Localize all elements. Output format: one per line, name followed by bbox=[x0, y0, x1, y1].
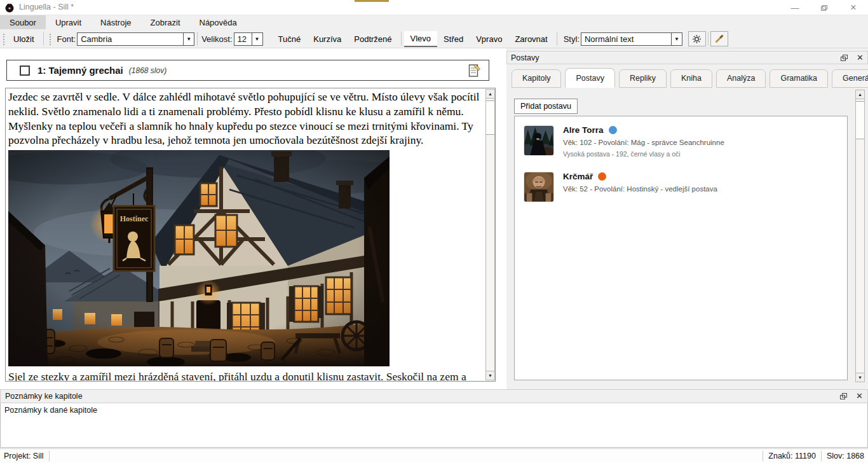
tab-generator[interactable]: Generátor bbox=[832, 69, 868, 88]
status-separator bbox=[763, 451, 763, 461]
tab-analyza[interactable]: Analýza bbox=[716, 69, 766, 88]
panel-tabs: KapitolyPostavyReplikyKnihaAnalýzaGramat… bbox=[512, 68, 868, 88]
scroll-up-arrow[interactable]: ▲ bbox=[856, 90, 864, 99]
panel-close-icon[interactable]: ✕ bbox=[857, 55, 864, 61]
align-center-button[interactable]: Střed bbox=[437, 32, 470, 46]
document-edit-icon bbox=[468, 64, 481, 78]
scroll-up-arrow[interactable]: ▲ bbox=[486, 90, 494, 99]
size-select-value: 12 bbox=[238, 34, 247, 44]
toolbar-separator bbox=[401, 32, 402, 46]
save-button[interactable]: Uložit bbox=[7, 32, 41, 46]
toolbar-separator bbox=[708, 32, 709, 46]
editor-paragraph: Jezdec se zavrtěl v sedle. V dálce zahlé… bbox=[8, 90, 484, 148]
chapter-title: 1: Tajemný grechai bbox=[37, 65, 123, 76]
scroll-thumb[interactable] bbox=[856, 101, 864, 139]
panel-float-icon[interactable] bbox=[841, 55, 848, 61]
style-label: Styl: bbox=[564, 34, 580, 44]
notes-textarea[interactable]: Poznámky k dané kapitole bbox=[0, 403, 868, 448]
status-project: Projekt: Sill bbox=[3, 452, 45, 460]
minimize-button[interactable]: — bbox=[780, 0, 810, 15]
chapter-word-count: (1868 slov) bbox=[129, 66, 166, 75]
underline-button[interactable]: Podtržené bbox=[348, 32, 398, 46]
app-logo-icon bbox=[4, 3, 15, 13]
restore-icon bbox=[821, 5, 827, 11]
bold-button[interactable]: Tučné bbox=[272, 32, 308, 46]
chevron-down-icon: ▼ bbox=[183, 33, 194, 45]
character-list: Alre Torra Věk: 102 - Povolání: Mág - sp… bbox=[514, 116, 848, 380]
chapter-notes-button[interactable] bbox=[468, 64, 481, 78]
style-select-value: Normální text bbox=[585, 34, 634, 44]
character-status-dot bbox=[598, 172, 606, 181]
format-brush-button[interactable] bbox=[710, 31, 728, 46]
status-word-count: Slov: 1868 bbox=[825, 452, 865, 460]
settings-button[interactable] bbox=[688, 31, 706, 46]
notes-panel-title: Poznámky ke kapitole bbox=[5, 392, 83, 401]
title-bar: Linguella - Sill * — × bbox=[0, 0, 868, 15]
notes-close-icon[interactable]: ✕ bbox=[856, 393, 863, 399]
toolbar: Uložit Font: Cambria ▼ Velikost: 12 ▼ Tu… bbox=[0, 30, 868, 48]
panel-scrollbar[interactable]: ▲ ▼ bbox=[855, 90, 865, 382]
align-left-button[interactable]: Vlevo bbox=[404, 31, 438, 47]
character-avatar bbox=[524, 125, 554, 156]
chevron-down-icon: ▼ bbox=[671, 33, 682, 45]
tavern-illustration: Hostinec bbox=[8, 150, 390, 366]
status-char-count: Znaků: 11190 bbox=[767, 452, 817, 460]
status-separator bbox=[49, 451, 50, 461]
font-select-value: Cambria bbox=[81, 34, 112, 44]
menu-item-soubor[interactable]: Soubor bbox=[0, 15, 46, 29]
character-details: Věk: 52 - Povolání: Hostinský - vedlejší… bbox=[563, 185, 717, 193]
gear-icon bbox=[692, 34, 702, 44]
font-select[interactable]: Cambria ▼ bbox=[77, 32, 194, 46]
character-description: Vysoká postava - 192, černé vlasy a oči bbox=[563, 150, 724, 158]
notes-panel: Poznámky ke kapitole ✕ Poznámky k dané k… bbox=[0, 389, 868, 448]
scroll-thumb[interactable] bbox=[486, 100, 494, 135]
menu-item-upravit[interactable]: Upravit bbox=[46, 15, 91, 29]
scroll-down-arrow[interactable]: ▼ bbox=[486, 371, 494, 380]
add-character-button[interactable]: Přidat postavu bbox=[514, 99, 578, 114]
character-card[interactable]: Krčmář Věk: 52 - Povolání: Hostinský - v… bbox=[515, 163, 847, 207]
toolbar-separator bbox=[557, 32, 557, 46]
restore-button[interactable] bbox=[810, 0, 839, 15]
menu-item-nastroje[interactable]: Nástroje bbox=[91, 15, 140, 29]
size-select[interactable]: 12 ▼ bbox=[234, 32, 263, 46]
align-right-button[interactable]: Vpravo bbox=[470, 32, 508, 46]
notes-float-icon[interactable] bbox=[840, 393, 847, 399]
character-status-dot bbox=[609, 126, 617, 134]
italic-button[interactable]: Kurzíva bbox=[307, 32, 348, 46]
toolbar-separator bbox=[43, 32, 44, 46]
editor-partial-line: Sjel ze stezky a zamířil mezi hrázděná s… bbox=[8, 370, 484, 382]
chapter-checkbox[interactable] bbox=[20, 66, 30, 76]
tab-kapitoly[interactable]: Kapitoly bbox=[512, 69, 561, 88]
chapter-header: 1: Tajemný grechai (1868 slov) bbox=[6, 60, 489, 81]
character-avatar bbox=[524, 172, 554, 202]
menu-bar: SouborUpravitNástrojeZobrazitNápověda bbox=[0, 15, 868, 30]
panel-title: Postavy bbox=[511, 53, 539, 62]
format-brush-icon bbox=[714, 34, 724, 44]
font-label: Font: bbox=[57, 34, 76, 44]
tab-gramatika[interactable]: Gramatika bbox=[770, 69, 828, 88]
window-title: Linguella - Sill * bbox=[19, 3, 74, 11]
panel-header[interactable]: Postavy ✕ bbox=[506, 51, 868, 64]
character-details: Věk: 102 - Povolání: Mág - správce Seanc… bbox=[563, 139, 724, 146]
size-label: Velikost: bbox=[201, 34, 232, 44]
toolbar-separator bbox=[197, 32, 198, 46]
tab-postavy[interactable]: Postavy bbox=[565, 68, 614, 88]
gold-accent-strip bbox=[355, 0, 389, 2]
toolbar-drag-handle[interactable] bbox=[48, 32, 51, 45]
editor-scrollbar[interactable]: ▲ ▼ bbox=[485, 89, 495, 380]
style-select[interactable]: Normální text ▼ bbox=[581, 32, 682, 46]
tab-kniha[interactable]: Kniha bbox=[670, 69, 712, 88]
toolbar-drag-handle[interactable] bbox=[2, 32, 5, 45]
menu-item-napoveda[interactable]: Nápověda bbox=[190, 15, 247, 29]
close-button[interactable]: × bbox=[839, 0, 868, 15]
character-name: Alre Torra bbox=[563, 125, 604, 135]
align-justify-button[interactable]: Zarovnat bbox=[508, 32, 553, 46]
character-name: Krčmář bbox=[563, 172, 593, 181]
menu-item-zobrazit[interactable]: Zobrazit bbox=[141, 15, 190, 29]
character-card[interactable]: Alre Torra Věk: 102 - Povolání: Mág - sp… bbox=[515, 116, 847, 163]
notes-panel-header[interactable]: Poznámky ke kapitole ✕ bbox=[0, 389, 868, 403]
tab-repliky[interactable]: Repliky bbox=[619, 69, 667, 88]
text-editor[interactable]: Jezdec se zavrtěl v sedle. V dálce zahlé… bbox=[5, 88, 496, 382]
status-bar: Projekt: Sill Znaků: 11190 Slov: 1868 bbox=[0, 448, 868, 463]
scroll-down-arrow[interactable]: ▼ bbox=[856, 373, 864, 382]
